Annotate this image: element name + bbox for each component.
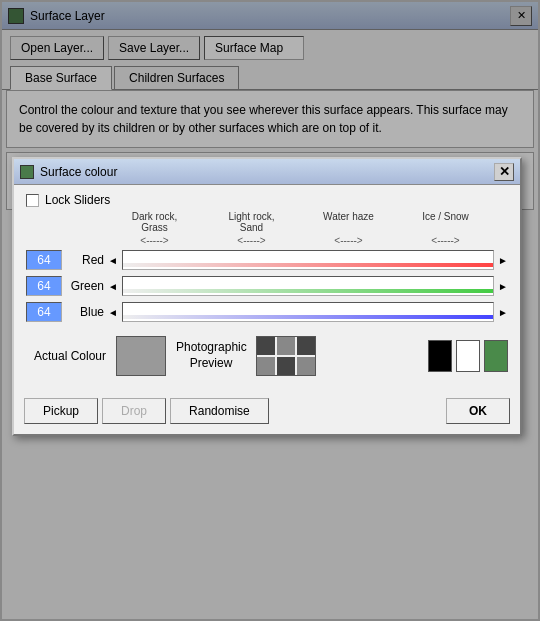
blue-slider[interactable] [122,302,494,322]
surface-colour-modal: Surface colour ✕ Lock Sliders Dark rock,… [12,157,522,436]
red-value: 64 [26,250,62,270]
scale-label-2: Water haze [300,211,397,233]
red-slider[interactable] [122,250,494,270]
green-slider[interactable] [122,276,494,296]
preview-cell-2 [277,337,295,355]
green-value: 64 [26,276,62,296]
scale-arrow-0: <-----> [106,235,203,246]
scale-arrow-2: <-----> [300,235,397,246]
photo-preview-label: Photographic Preview [176,340,246,371]
lock-sliders-label: Lock Sliders [45,193,110,207]
preview-cell-4 [257,357,275,375]
red-right-arrow[interactable]: ► [498,255,508,266]
red-label: Red [66,253,104,267]
main-window: Surface Layer ✕ Open Layer... Save Layer… [0,0,540,621]
scale-labels-row: Dark rock,Grass Light rock,Sand Water ha… [26,211,508,233]
red-slider-row: 64 Red ◄ ► [26,250,508,270]
preview-cell-1 [257,337,275,355]
scale-label-3: Ice / Snow [397,211,494,233]
randomise-button[interactable]: Randomise [170,398,269,424]
colour-options [428,340,508,372]
preview-cell-5 [277,357,295,375]
actual-colour-label: Actual Colour [26,349,106,363]
lock-sliders-row: Lock Sliders [26,193,508,207]
colour-option-green[interactable] [484,340,508,372]
modal-title: Surface colour [40,165,494,179]
green-left-arrow[interactable]: ◄ [108,281,118,292]
pickup-button[interactable]: Pickup [24,398,98,424]
blue-value: 64 [26,302,62,322]
modal-title-bar: Surface colour ✕ [14,159,520,185]
red-left-arrow[interactable]: ◄ [108,255,118,266]
green-label: Green [66,279,104,293]
actual-colour-row: Actual Colour Photographic Preview [26,328,508,384]
scale-arrows-row: <-----> <-----> <-----> <-----> [26,235,508,246]
blue-left-arrow[interactable]: ◄ [108,307,118,318]
modal-footer: Pickup Drop Randomise OK [14,392,520,434]
scale-arrow-3: <-----> [397,235,494,246]
colour-option-black[interactable] [428,340,452,372]
colour-option-white[interactable] [456,340,480,372]
ok-button[interactable]: OK [446,398,510,424]
scale-label-0: Dark rock,Grass [106,211,203,233]
preview-cell-6 [297,357,315,375]
green-right-arrow[interactable]: ► [498,281,508,292]
blue-right-arrow[interactable]: ► [498,307,508,318]
modal-close-button[interactable]: ✕ [494,163,514,181]
green-slider-row: 64 Green ◄ ► [26,276,508,296]
scale-arrow-1: <-----> [203,235,300,246]
photo-preview-grid [256,336,316,376]
modal-icon [20,165,34,179]
blue-slider-row: 64 Blue ◄ ► [26,302,508,322]
drop-button[interactable]: Drop [102,398,166,424]
actual-colour-swatch [116,336,166,376]
modal-overlay: Surface colour ✕ Lock Sliders Dark rock,… [2,2,538,619]
lock-sliders-checkbox[interactable] [26,194,39,207]
blue-label: Blue [66,305,104,319]
scale-label-1: Light rock,Sand [203,211,300,233]
preview-cell-3 [297,337,315,355]
modal-body: Lock Sliders Dark rock,Grass Light rock,… [14,185,520,392]
